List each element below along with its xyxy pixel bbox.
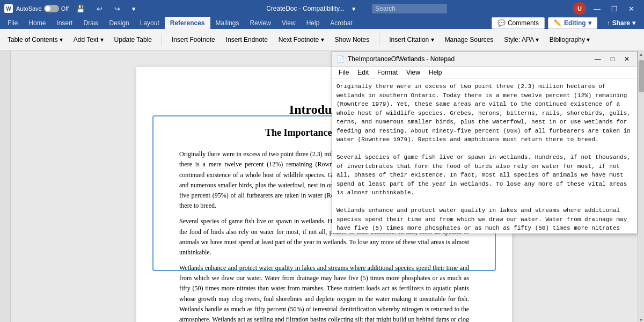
tab-draw[interactable]: Draw [78,17,104,29]
ribbon-cmd-3[interactable]: Update Table [111,35,156,45]
tab-help[interactable]: Help [301,17,325,29]
autosave-toggle-knob [45,6,50,11]
editing-dropdown-icon: ▾ [588,19,591,27]
undo-button[interactable]: ↩ [92,4,107,14]
notepad-menu-help[interactable]: Help [425,68,447,77]
comments-button[interactable]: 💬 Comments [492,17,545,29]
main-container: Introduction The Importance of Wetlands … [0,51,644,322]
title-dropdown[interactable]: ▾ [348,4,360,14]
notepad-text-area[interactable]: Originally there were in excess of two p… [332,79,637,233]
title-bar-left: W AutoSave Off 💾 ↩ ↪ ▾ [4,4,140,14]
tab-references[interactable]: References [165,17,210,29]
tab-mailings[interactable]: Mailings [210,17,245,29]
save-button[interactable]: 💾 [72,4,89,14]
document-area: Introduction The Importance of Wetlands … [11,51,638,322]
notepad-icon: 📄 [336,55,345,63]
notepad-title: TheImportanceOfWetlands - Notepad [348,55,588,63]
notepad-maximize[interactable]: □ [608,54,618,64]
editing-button[interactable]: ✏️ Editing ▾ [548,17,597,29]
autosave-toggle: AutoSave Off [16,5,69,12]
separator-2 [379,33,379,46]
share-dropdown-icon: ▾ [632,19,635,27]
notepad-minimize[interactable]: — [591,54,604,64]
edit-icon: ✏️ [554,19,562,27]
window-controls: — ❐ ✕ [588,0,640,17]
tab-design[interactable]: Design [104,17,134,29]
title-bar: W AutoSave Off 💾 ↩ ↪ ▾ CreateDoc - Compa… [0,0,644,17]
tab-acrobat[interactable]: Acrobat [325,17,357,29]
scroll-up-arrow[interactable]: ▲ [638,51,644,58]
comments-label: Comments [508,19,539,27]
restore-button[interactable]: ❐ [606,0,623,17]
search-input[interactable] [372,4,447,13]
ribbon-cmd-8[interactable]: Insert Citation ▾ [386,35,437,45]
title-bar-right: U — ❐ ✕ [573,0,640,17]
minimize-button[interactable]: — [588,0,606,17]
notepad-close[interactable]: ✕ [621,54,633,64]
scroll-thumb[interactable] [639,60,644,92]
ribbon-cmd-11[interactable]: Bibliography ▾ [546,35,593,45]
word-icon: W [4,4,13,13]
title-bar-center: CreateDoc - Compatibility... ▾ [266,4,447,14]
customize-button[interactable]: ▾ [128,4,140,14]
share-icon: ↑ [607,19,610,27]
right-scrollbar[interactable]: ▲ ▼ [638,51,644,322]
notepad-menu-format[interactable]: Format [373,68,402,77]
separator-1 [162,33,162,46]
redo-button[interactable]: ↪ [110,4,125,14]
notepad-menu-edit[interactable]: Edit [353,68,373,77]
tab-review[interactable]: Review [245,17,276,29]
notepad-menu: File Edit Format View Help [332,67,637,79]
close-button[interactable]: ✕ [623,0,640,17]
autosave-state: Off [61,5,69,12]
tab-layout[interactable]: Layout [135,17,165,29]
ribbon-cmd-1[interactable]: Table of Contents ▾ [4,35,66,45]
tab-insert[interactable]: Insert [51,17,78,29]
ribbon-cmd-6[interactable]: Next Footnote ▾ [275,35,327,45]
comment-icon: 💬 [497,19,506,27]
ribbon-cmd-9[interactable]: Manage Sources [442,35,497,45]
ribbon-commands: Table of Contents ▾ Add Text ▾ Update Ta… [0,29,644,50]
ribbon-tabs: File Home Insert Draw Design Layout Refe… [0,17,644,29]
share-button[interactable]: ↑ Share ▾ [601,18,642,28]
ribbon-cmd-4[interactable]: Insert Footnote [169,35,218,45]
autosave-toggle-pill[interactable] [44,5,59,12]
app-title: CreateDoc - Compatibility... [266,5,345,12]
tab-file[interactable]: File [2,17,23,29]
autosave-label: AutoSave [16,5,42,12]
ribbon-cmd-5[interactable]: Insert Endnote [223,35,271,45]
notepad-menu-view[interactable]: View [402,68,425,77]
avatar: U [573,2,586,15]
notepad-menu-file[interactable]: File [334,68,353,77]
tab-home[interactable]: Home [23,17,51,29]
tab-view[interactable]: View [276,17,301,29]
left-margin [0,51,11,322]
ribbon: File Home Insert Draw Design Layout Refe… [0,17,644,51]
notepad-window: 📄 TheImportanceOfWetlands - Notepad — □ … [332,51,638,233]
ribbon-actions: 💬 Comments ✏️ Editing ▾ ↑ Share ▾ [492,17,642,29]
share-label: Share [612,19,630,27]
ribbon-cmd-7[interactable]: Show Notes [332,35,373,45]
ribbon-cmd-2[interactable]: Add Text ▾ [70,35,107,45]
paragraph-3: Wetlands enhance and protect water quali… [179,263,469,322]
editing-label: Editing [564,19,586,27]
ribbon-cmd-10[interactable]: Style: APA ▾ [501,35,541,45]
scroll-down-arrow[interactable]: ▼ [638,317,644,322]
notepad-titlebar: 📄 TheImportanceOfWetlands - Notepad — □ … [332,52,637,67]
